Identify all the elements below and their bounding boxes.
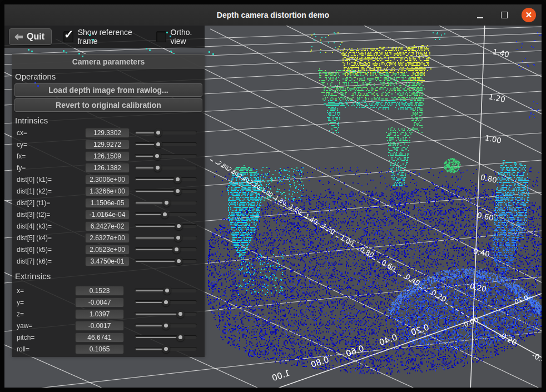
checkmark-icon: ✓ (64, 28, 74, 41)
param-value-box[interactable]: 2.6327e+00 (85, 233, 130, 243)
param-slider[interactable] (135, 140, 197, 148)
point-speck (166, 32, 168, 33)
slider-knob[interactable] (153, 163, 162, 172)
window-controls: ✕ (473, 4, 536, 26)
minimize-icon (477, 17, 483, 18)
quit-button-label: Quit (27, 32, 44, 42)
param-value-box[interactable]: 126.1382 (85, 163, 130, 173)
param-value-box[interactable]: 129.3302 (85, 128, 130, 138)
param-value-box[interactable]: -0.0047 (75, 297, 124, 307)
param-row: fx=126.1509 (12, 150, 205, 162)
revert-calibration-button[interactable]: Revert to original calibration (14, 98, 202, 112)
param-value-box[interactable]: 6.2427e-02 (85, 221, 130, 231)
slider-knob[interactable] (162, 321, 170, 330)
minimize-button[interactable] (473, 8, 487, 22)
param-slider[interactable] (135, 234, 197, 242)
param-value-box[interactable]: -0.0017 (75, 321, 124, 331)
param-slider[interactable] (135, 257, 197, 265)
param-label: dist[3] (t2)= (17, 211, 85, 219)
panel-header[interactable]: Camera parameters (12, 54, 205, 70)
slider-knob[interactable] (162, 199, 171, 207)
checkbox-ortho-view[interactable]: Ortho. view (156, 28, 205, 46)
slider-fill (136, 191, 178, 192)
back-arrow-icon (14, 33, 23, 41)
slider-knob[interactable] (176, 310, 185, 318)
checkbox-show-reference-frame[interactable]: ✓ Show reference frame (63, 28, 145, 46)
param-slider[interactable] (135, 333, 197, 341)
slider-knob[interactable] (172, 245, 181, 254)
slider-knob[interactable] (153, 152, 161, 160)
param-value-box[interactable]: 126.1509 (85, 151, 130, 161)
close-button[interactable]: ✕ (522, 8, 536, 22)
param-slider[interactable] (135, 310, 197, 318)
title-bar: Depth camera distortion demo ✕ (4, 4, 542, 26)
param-value-box[interactable]: 0.1523 (75, 286, 124, 296)
slider-knob[interactable] (173, 187, 182, 195)
slider-knob[interactable] (154, 140, 162, 148)
slider-knob[interactable] (162, 298, 170, 306)
maximize-icon (501, 12, 508, 18)
quit-button[interactable]: Quit (9, 28, 52, 45)
param-value-box[interactable]: 1.0397 (75, 309, 124, 319)
point-speck (78, 53, 80, 54)
param-label: fy= (17, 164, 85, 172)
param-row: dist[5] (k4)=2.6327e+00 (12, 232, 205, 244)
param-row: dist[3] (t2)=-1.0164e-04 (12, 209, 205, 220)
slider-knob[interactable] (176, 333, 185, 341)
section-operations-label: Operations (12, 70, 205, 83)
client-area: Quit ✓ Show reference frame Ortho. view … (4, 26, 542, 388)
param-label: fx= (17, 152, 85, 160)
param-slider[interactable] (135, 345, 197, 353)
param-value-box[interactable]: 3.4750e-01 (85, 256, 130, 266)
param-slider[interactable] (135, 298, 197, 306)
param-slider[interactable] (135, 175, 197, 183)
param-row: dist[6] (k5)=2.0523e+00 (12, 244, 205, 255)
param-value-box[interactable]: 1.1506e-05 (85, 198, 130, 208)
slider-knob[interactable] (163, 286, 171, 295)
param-slider[interactable] (135, 152, 197, 160)
slider-fill (136, 179, 178, 180)
param-value-box[interactable]: 2.3006e+00 (85, 175, 130, 185)
param-slider[interactable] (135, 163, 197, 172)
slider-knob[interactable] (175, 257, 183, 265)
param-row: y=-0.0047 (12, 296, 205, 308)
param-row: fy=126.1382 (12, 162, 205, 173)
param-value-box[interactable]: 129.9272 (85, 140, 130, 150)
param-label: dist[2] (t1)= (17, 199, 85, 207)
point-speck (82, 56, 83, 57)
param-value-box[interactable]: 1.3266e+00 (85, 186, 130, 196)
param-label: cy= (17, 141, 85, 148)
param-row: dist[7] (k6)=3.4750e-01 (12, 255, 205, 267)
param-value-box[interactable]: 46.6741 (75, 333, 124, 343)
slider-knob[interactable] (173, 175, 182, 183)
close-icon: ✕ (525, 11, 533, 19)
checkbox-label: Ortho. view (171, 28, 205, 46)
load-depth-image-button[interactable]: Load depth image from rawlog... (14, 83, 202, 97)
param-slider[interactable] (135, 128, 197, 137)
checkbox-box[interactable] (156, 31, 166, 42)
checkbox-box[interactable]: ✓ (63, 31, 73, 42)
param-row: roll=0.1065 (12, 343, 205, 355)
intrinsics-rows: cx=129.3302cy=129.9272fx=126.1509fy=126.… (12, 127, 205, 267)
param-slider[interactable] (135, 187, 197, 195)
param-slider[interactable] (135, 321, 197, 330)
param-value-box[interactable]: 0.1065 (75, 344, 124, 354)
param-label: dist[1] (k2)= (17, 187, 85, 195)
param-row: cy=129.9272 (12, 138, 205, 150)
param-value-box[interactable]: -1.0164e-04 (85, 210, 130, 220)
param-slider[interactable] (135, 286, 197, 295)
slider-knob[interactable] (175, 222, 183, 230)
maximize-button[interactable] (497, 8, 512, 22)
param-label: roll= (17, 345, 75, 353)
slider-knob[interactable] (162, 345, 170, 353)
param-slider[interactable] (135, 245, 197, 254)
slider-knob[interactable] (154, 128, 162, 137)
slider-knob[interactable] (161, 210, 169, 219)
param-value-box[interactable]: 2.0523e+00 (85, 245, 130, 255)
param-slider[interactable] (135, 222, 197, 230)
slider-knob[interactable] (174, 234, 182, 242)
point-speck (37, 85, 39, 87)
param-slider[interactable] (135, 199, 197, 207)
slider-fill (136, 237, 178, 239)
param-slider[interactable] (135, 210, 197, 219)
